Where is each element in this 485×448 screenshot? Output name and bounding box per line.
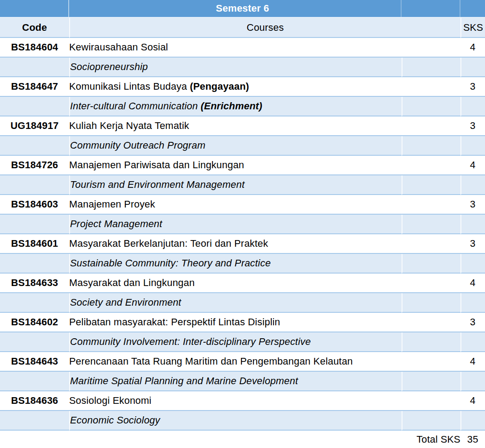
course-sks: 4 xyxy=(460,274,485,293)
column-divider xyxy=(401,0,402,17)
spacer-cell xyxy=(402,293,460,313)
column-header-sks: SKS xyxy=(460,18,485,38)
translation-row: Project Management xyxy=(0,215,485,234)
translation-text: Project Management xyxy=(70,218,162,229)
course-name-id: Masyarakat Berkelanjutan: Teori dan Prak… xyxy=(69,234,402,254)
spacer-cell xyxy=(402,38,460,58)
empty-code-cell xyxy=(0,254,69,274)
spacer-cell xyxy=(402,332,460,352)
empty-sks-cell xyxy=(460,372,485,391)
spacer-cell xyxy=(402,352,460,372)
empty-code-cell xyxy=(0,175,69,195)
empty-sks-cell xyxy=(460,293,485,313)
translation-row: Inter-cultural Communication (Enrichment… xyxy=(0,97,485,116)
course-name-text: Kuliah Kerja Nyata Tematik xyxy=(69,120,189,131)
semester-title: Semester 6 xyxy=(0,0,485,18)
translation-text: Society and Environment xyxy=(70,297,181,308)
course-name-text: Manajemen Pariwisata dan Lingkungan xyxy=(69,159,244,170)
empty-code-cell xyxy=(0,431,69,448)
course-name-en: Sustainable Community: Theory and Practi… xyxy=(69,254,402,274)
spacer-cell xyxy=(402,156,460,175)
course-code: BS184647 xyxy=(0,77,69,97)
empty-sks-cell xyxy=(460,58,485,77)
course-code: BS184726 xyxy=(0,156,69,175)
translation-text: Community Involvement: Inter-disciplinar… xyxy=(70,336,311,347)
course-row: BS184602 Pelibatan masyarakat: Perspekti… xyxy=(0,313,485,332)
empty-sks-cell xyxy=(460,136,485,156)
spacer-cell xyxy=(402,77,460,97)
translation-note: (Enrichment) xyxy=(201,100,262,112)
course-row: UG184917 Kuliah Kerja Nyata Tematik 3 xyxy=(0,116,485,136)
spacer-cell xyxy=(402,136,460,156)
translation-text: Maritime Spatial Planning and Marine Dev… xyxy=(70,375,298,386)
course-sks: 4 xyxy=(460,352,485,372)
empty-sks-cell xyxy=(460,215,485,234)
course-sks: 3 xyxy=(460,313,485,332)
empty-sks-cell xyxy=(460,254,485,274)
course-row: BS184601 Masyarakat Berkelanjutan: Teori… xyxy=(0,234,485,254)
spacer-cell xyxy=(402,372,460,391)
translation-row: Economic Sociology xyxy=(0,411,485,431)
spacer-cell xyxy=(402,254,460,274)
translation-text: Sociopreneurship xyxy=(70,61,148,72)
course-code: UG184917 xyxy=(0,116,69,136)
course-name-id: Masyarakat dan Lingkungan xyxy=(69,274,402,293)
course-row: BS184636 Sosiologi Ekonomi 4 xyxy=(0,391,485,411)
spacer-cell xyxy=(402,116,460,136)
empty-code-cell xyxy=(0,215,69,234)
course-name-id: Kuliah Kerja Nyata Tematik xyxy=(69,116,402,136)
course-name-id: Perencanaan Tata Ruang Maritim dan Penge… xyxy=(69,352,402,372)
course-name-en: Society and Environment xyxy=(69,293,402,313)
course-name-id: Sosiologi Ekonomi xyxy=(69,391,402,411)
translation-row: Sociopreneurship xyxy=(0,58,485,77)
translation-row: Community Outreach Program xyxy=(0,136,485,156)
column-divider xyxy=(460,0,460,17)
spacer-cell xyxy=(402,215,460,234)
course-name-id: Manajemen Proyek xyxy=(69,195,402,215)
spacer-cell xyxy=(402,274,460,293)
total-sks-label: Total SKS xyxy=(69,431,460,448)
course-sks: 4 xyxy=(460,38,485,58)
course-name-id: Komunikasi Lintas Budaya (Pengayaan) xyxy=(69,77,402,97)
course-row: BS184633 Masyarakat dan Lingkungan 4 xyxy=(0,274,485,293)
translation-text: Inter-cultural Communication xyxy=(70,100,201,112)
course-sks: 3 xyxy=(460,116,485,136)
column-header-courses: Courses xyxy=(69,18,460,38)
course-name-text: Kewirausahaan Sosial xyxy=(69,41,168,53)
course-name-text: Pelibatan masyarakat: Perspektif Lintas … xyxy=(69,316,280,328)
translation-text: Tourism and Environment Management xyxy=(70,179,245,190)
empty-code-cell xyxy=(0,293,69,313)
course-sks: 4 xyxy=(460,391,485,411)
course-sks: 4 xyxy=(460,156,485,175)
column-header-code: Code xyxy=(0,18,69,38)
spacer-cell xyxy=(402,411,460,431)
course-name-en: Tourism and Environment Management xyxy=(69,175,402,195)
course-row: BS184647 Komunikasi Lintas Budaya (Penga… xyxy=(0,77,485,97)
course-name-en: Inter-cultural Communication (Enrichment… xyxy=(69,97,402,116)
course-name-en: Community Outreach Program xyxy=(69,136,402,156)
course-name-id: Pelibatan masyarakat: Perspektif Lintas … xyxy=(69,313,402,332)
course-row: BS184726 Manajemen Pariwisata dan Lingku… xyxy=(0,156,485,175)
empty-code-cell xyxy=(0,372,69,391)
spacer-cell xyxy=(402,97,460,116)
course-name-en: Project Management xyxy=(69,215,402,234)
column-divider xyxy=(68,0,69,17)
course-sks: 3 xyxy=(460,77,485,97)
course-code: BS184633 xyxy=(0,274,69,293)
spacer-cell xyxy=(402,391,460,411)
semester-table-page: Semester 6 Code Courses SKS BS184604 Kew… xyxy=(0,0,485,448)
empty-sks-cell xyxy=(460,175,485,195)
course-name-en: Community Involvement: Inter-disciplinar… xyxy=(69,332,402,352)
course-row: BS184643 Perencanaan Tata Ruang Maritim … xyxy=(0,352,485,372)
total-row: Total SKS 35 xyxy=(0,431,485,448)
course-row: BS184603 Manajemen Proyek 3 xyxy=(0,195,485,215)
spacer-cell xyxy=(402,175,460,195)
translation-text: Community Outreach Program xyxy=(70,140,206,151)
course-name-en: Sociopreneurship xyxy=(69,58,402,77)
translation-row: Tourism and Environment Management xyxy=(0,175,485,195)
spacer-cell xyxy=(402,234,460,254)
course-name-id: Manajemen Pariwisata dan Lingkungan xyxy=(69,156,402,175)
spacer-cell xyxy=(402,195,460,215)
translation-row: Society and Environment xyxy=(0,293,485,313)
course-code: BS184643 xyxy=(0,352,69,372)
